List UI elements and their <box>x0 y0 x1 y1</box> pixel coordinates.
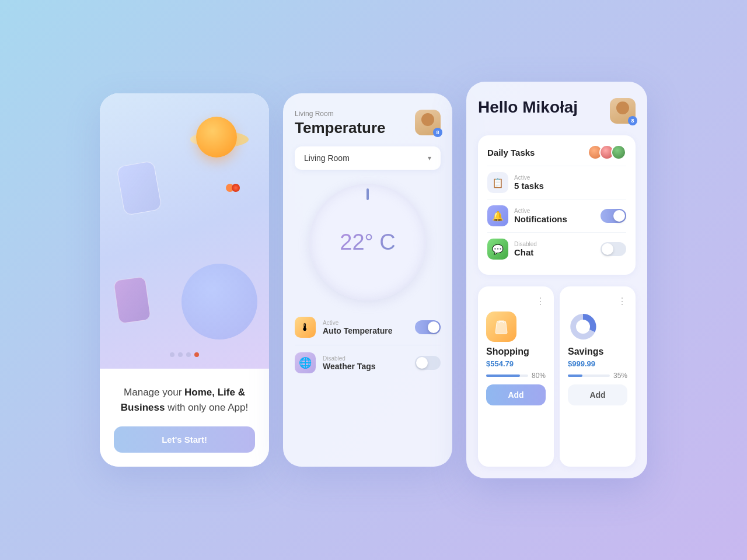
toggle-knob-2 <box>416 357 428 369</box>
blob-purple-card <box>113 276 151 324</box>
chat-toggle[interactable] <box>601 242 626 256</box>
shopping-widget: ⋮ Shopping $554.79 80% Add <box>478 286 554 467</box>
savings-progress-fill <box>568 374 582 377</box>
shopping-bag-icon <box>492 317 511 336</box>
daily-tasks-header: Daily Tasks <box>487 145 626 160</box>
savings-progress-bar <box>568 374 610 377</box>
notifications-info: Active Notifications <box>514 208 601 224</box>
shopping-more-icon[interactable]: ⋮ <box>536 296 546 307</box>
temp-title-group: Living Room Temperature <box>295 110 386 137</box>
chevron-down-icon: ▾ <box>428 154 431 162</box>
svg-point-2 <box>576 320 590 334</box>
setting-auto-temperature: 🌡 Active Auto Temperature <box>295 310 441 345</box>
blob-card-purple <box>116 160 162 216</box>
dot-1 <box>170 352 174 357</box>
savings-icon-wrap <box>568 312 598 342</box>
savings-title: Savings <box>568 346 627 357</box>
temp-title: Temperature <box>295 119 386 137</box>
thermostat: const ticks = []; for(let i = 0; i < 60;… <box>295 184 441 300</box>
dashboard-header: Hello Mikołaj 8 <box>478 98 636 124</box>
auto-temp-name: Auto Temperature <box>323 326 415 335</box>
temperature-value: 22° C <box>340 230 395 255</box>
auto-temp-toggle[interactable] <box>415 320 441 334</box>
chat-toggle-knob <box>602 243 613 255</box>
savings-add-button[interactable]: Add <box>568 384 627 405</box>
savings-widget-header: ⋮ <box>568 296 627 307</box>
pagination-dots <box>170 352 199 357</box>
weather-tags-icon: 🌐 <box>295 352 316 373</box>
shopping-progress-pct: 80% <box>532 372 546 380</box>
dot-3 <box>186 352 191 357</box>
temp-badge-count: 8 <box>433 128 442 137</box>
weather-tags-name: Weather Tags <box>323 362 415 371</box>
auto-temp-status: Active <box>323 320 415 326</box>
daily-tasks-card: Daily Tasks 📋 Active 5 tasks 🔔 <box>478 135 636 275</box>
savings-amount: $999.99 <box>568 359 627 368</box>
temp-indicator <box>366 188 369 200</box>
room-selector-dropdown[interactable]: Living Room ▾ <box>295 146 441 170</box>
weather-tags-info: Disabled Weather Tags <box>323 355 415 371</box>
notifications-status: Active <box>514 208 601 214</box>
notifications-value: Notifications <box>514 214 601 224</box>
auto-temp-icon: 🌡 <box>295 317 316 338</box>
tasks-info: Active 5 tasks <box>514 174 626 191</box>
weather-tags-toggle[interactable] <box>415 356 441 370</box>
shopping-title: Shopping <box>486 346 546 357</box>
temp-avatar-badge: 8 <box>415 110 441 135</box>
dash-badge-count: 8 <box>628 116 637 125</box>
setting-weather-tags: 🌐 Disabled Weather Tags <box>295 345 441 380</box>
onboarding-illustration <box>100 93 269 369</box>
dot-4-active <box>194 352 199 357</box>
tagline-bold: Home, Life & Business <box>121 387 245 413</box>
shopping-progress-bar <box>486 374 528 377</box>
onboarding-tagline: Manage your Home, Life & Business with o… <box>114 385 255 415</box>
chat-value: Chat <box>514 247 601 257</box>
task-row-tasks: 📋 Active 5 tasks <box>487 166 626 199</box>
lets-start-button[interactable]: Let's Start! <box>114 426 255 453</box>
notifications-toggle[interactable] <box>601 209 626 223</box>
toggle-knob <box>428 321 439 333</box>
dash-avatar-badge: 8 <box>610 98 636 124</box>
task-row-notifications: 🔔 Active Notifications <box>487 199 626 232</box>
tasks-value: 5 tasks <box>514 181 626 191</box>
task-row-chat: 💬 Disabled Chat <box>487 232 626 265</box>
room-selector-label: Living Room <box>304 153 350 163</box>
blob-circle-blue <box>181 264 257 340</box>
savings-pie-chart <box>568 312 598 342</box>
blob-orange <box>196 117 237 158</box>
tasks-icon: 📋 <box>487 172 508 193</box>
screen-onboarding: Manage your Home, Life & Business with o… <box>100 93 269 467</box>
avatar-3 <box>611 145 626 160</box>
shopping-amount: $554.79 <box>486 359 546 368</box>
shopping-progress-fill <box>486 374 520 377</box>
shopping-progress-row: 80% <box>486 372 546 380</box>
dashboard-greeting: Hello Mikołaj <box>478 98 578 117</box>
thermostat-ring: const ticks = []; for(let i = 0; i < 60;… <box>309 184 426 300</box>
avatar-group <box>588 145 626 160</box>
chat-icon: 💬 <box>487 239 508 260</box>
notifications-icon: 🔔 <box>487 205 508 226</box>
temp-screen-header: Living Room Temperature 8 <box>295 110 441 137</box>
screen-temperature: Living Room Temperature 8 Living Room ▾ … <box>283 93 452 467</box>
savings-widget: ⋮ Savings $999.99 <box>560 286 636 467</box>
screen-dashboard: Hello Mikołaj 8 Daily Tasks 📋 Active <box>466 82 647 478</box>
savings-progress-row: 35% <box>568 372 627 380</box>
auto-temp-info: Active Auto Temperature <box>323 320 415 335</box>
savings-progress-pct: 35% <box>613 372 627 380</box>
shopping-widget-header: ⋮ <box>486 296 546 307</box>
temp-subtitle: Living Room <box>295 110 386 118</box>
savings-more-icon[interactable]: ⋮ <box>617 296 627 307</box>
shopping-add-button[interactable]: Add <box>486 384 546 405</box>
tasks-status: Active <box>514 174 626 181</box>
daily-tasks-title: Daily Tasks <box>487 148 535 158</box>
onboarding-bottom: Manage your Home, Life & Business with o… <box>100 369 269 467</box>
widgets-row: ⋮ Shopping $554.79 80% Add <box>478 286 636 467</box>
chat-info: Disabled Chat <box>514 241 601 257</box>
screens-container: Manage your Home, Life & Business with o… <box>100 82 647 478</box>
chat-status: Disabled <box>514 241 601 247</box>
shopping-icon <box>486 312 516 342</box>
blob-credit-card <box>232 184 240 192</box>
notifications-toggle-knob <box>613 210 625 222</box>
weather-tags-status: Disabled <box>323 355 415 362</box>
dot-2 <box>178 352 183 357</box>
